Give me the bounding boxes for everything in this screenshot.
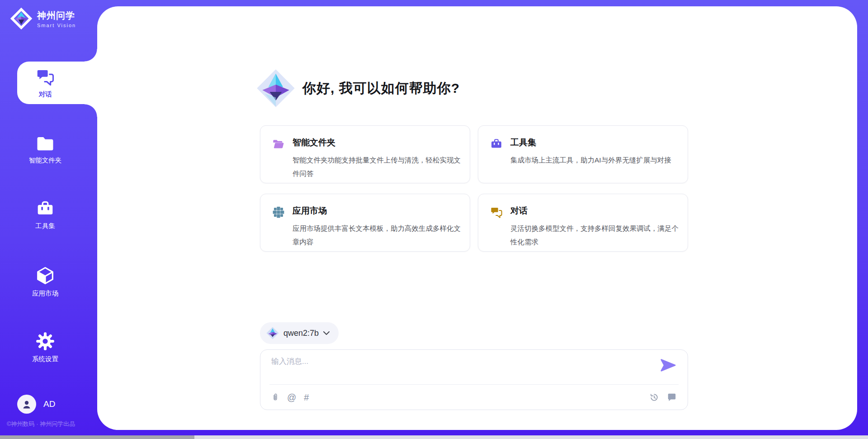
card-title: 智能文件夹	[292, 137, 467, 148]
composer-divider	[269, 384, 679, 385]
card-title: 工具集	[510, 137, 684, 148]
sidebar-footer-text: ©神州数码 · 神州问学出品	[7, 420, 97, 428]
history-button[interactable]	[649, 392, 659, 402]
card-description: 灵活切换多模型文件，支持多样回复效果调试，满足个性化需求	[510, 222, 684, 249]
paperclip-icon	[271, 392, 279, 403]
card-description: 智能文件夹功能支持批量文件上传与清洗，轻松实现文件问答	[292, 153, 467, 181]
at-icon: @	[287, 393, 296, 402]
user-initials: AD	[43, 399, 55, 409]
chat-icon	[490, 206, 503, 219]
sidebar-item-label: 系统设置	[32, 355, 58, 363]
active-tab-background	[17, 62, 97, 104]
card-title: 应用市场	[292, 205, 467, 217]
grid-icon	[272, 206, 285, 219]
model-logo-icon	[266, 327, 279, 339]
card-toolset[interactable]: 工具集 集成市场上主流工具，助力AI与外界无缝扩展与对接	[478, 125, 688, 183]
app-root: 神州问学 Smart Vision 对话 智能文件夹	[0, 0, 868, 439]
brand-name: 神州问学	[37, 10, 76, 22]
sidebar-item-folders[interactable]: 智能文件夹	[0, 135, 90, 165]
card-description: 集成市场上主流工具，助力AI与外界无缝扩展与对接	[510, 153, 684, 167]
card-description: 应用市场提供丰富长文本模板，助力高效生成多样化文章内容	[292, 222, 467, 249]
sidebar-item-label: 工具集	[35, 222, 55, 230]
chevron-down-icon	[323, 331, 330, 335]
chat-icon	[36, 68, 55, 86]
person-icon	[21, 399, 32, 410]
chat-bubble-icon	[667, 392, 677, 402]
avatar	[17, 395, 36, 414]
brand-subtitle: Smart Vision	[37, 23, 76, 28]
horizontal-scrollbar-track[interactable]	[0, 435, 868, 439]
sidebar: 神州问学 Smart Vision 对话 智能文件夹	[0, 0, 97, 435]
card-title: 对话	[510, 205, 684, 217]
assistant-logo-icon	[256, 69, 295, 108]
attach-file-button[interactable]	[271, 392, 279, 403]
sidebar-item-chat[interactable]: 对话	[0, 68, 90, 99]
main-panel: 你好, 我可以如何帮助你? 智能文件夹 智能文件夹功能支持批量文件上传与清洗，轻…	[97, 6, 857, 430]
mention-button[interactable]: @	[287, 393, 296, 402]
sidebar-item-label: 智能文件夹	[29, 156, 62, 165]
sidebar-item-label: 应用市场	[32, 289, 58, 298]
toolbox-icon	[490, 138, 503, 150]
brand-logo-icon	[10, 7, 33, 30]
gear-icon	[36, 332, 55, 351]
feedback-button[interactable]	[667, 392, 677, 402]
toolbox-icon	[36, 200, 55, 218]
folder-icon	[36, 135, 55, 152]
send-icon	[660, 359, 676, 372]
card-smart-folder[interactable]: 智能文件夹 智能文件夹功能支持批量文件上传与清洗，轻松实现文件问答	[260, 125, 470, 183]
greeting-title: 你好, 我可以如何帮助你?	[302, 79, 460, 98]
brand: 神州问学 Smart Vision	[10, 7, 76, 30]
model-name: qwen2:7b	[283, 329, 319, 338]
topic-button[interactable]: #	[304, 393, 309, 402]
folder-icon	[272, 138, 285, 150]
sidebar-item-tools[interactable]: 工具集	[0, 200, 90, 230]
send-button[interactable]	[660, 359, 676, 372]
card-app-market[interactable]: 应用市场 应用市场提供丰富长文本模板，助力高效生成多样化文章内容	[260, 194, 470, 252]
sidebar-item-settings[interactable]: 系统设置	[0, 332, 90, 363]
sidebar-item-label: 对话	[39, 90, 52, 99]
message-composer: @ #	[260, 349, 688, 410]
user-menu[interactable]: AD	[17, 395, 55, 414]
cube-icon	[36, 266, 55, 285]
sidebar-item-marketplace[interactable]: 应用市场	[0, 266, 90, 298]
model-selector[interactable]: qwen2:7b	[260, 322, 339, 344]
horizontal-scrollbar-thumb[interactable]	[0, 435, 194, 439]
history-icon	[649, 392, 659, 402]
feature-cards: 智能文件夹 智能文件夹功能支持批量文件上传与清洗，轻松实现文件问答 工具集 集成…	[260, 125, 688, 252]
greeting: 你好, 我可以如何帮助你?	[256, 69, 460, 108]
card-chat[interactable]: 对话 灵活切换多模型文件，支持多样回复效果调试，满足个性化需求	[478, 194, 688, 252]
composer-toolbar: @ #	[271, 392, 677, 403]
hash-icon: #	[304, 393, 309, 402]
message-input[interactable]	[271, 356, 651, 381]
